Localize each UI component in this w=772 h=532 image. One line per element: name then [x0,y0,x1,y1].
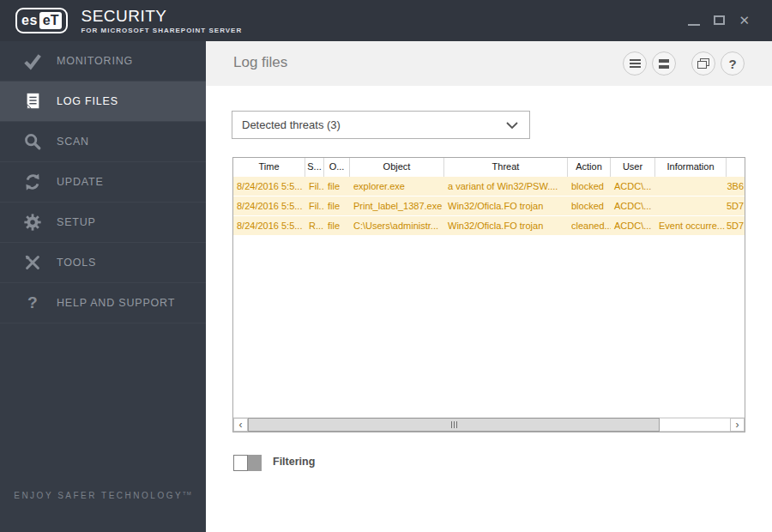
check-icon [21,50,44,72]
horizontal-scrollbar[interactable]: ‹ › [233,417,745,432]
sidebar-item-label: LOG FILES [57,95,118,107]
column-header-hash[interactable] [727,158,745,177]
product-name: SECURITY [81,7,242,26]
column-header-threat[interactable]: Threat [444,158,568,177]
sidebar-item-label: MONITORING [57,55,133,67]
cell-object: C:\Users\administr... [350,216,444,235]
dropdown-selected-value: Detected threats (3) [242,118,341,131]
sidebar-item-label: TOOLS [57,257,96,269]
column-header-user[interactable]: User [611,158,655,177]
log-table: Time S... O... Object Threat Action User… [232,157,745,432]
cell-scanner: R... [305,216,324,235]
column-header-time[interactable]: Time [233,158,305,177]
cell-user: ACDC\... [611,196,655,215]
column-header-scanner[interactable]: S... [305,158,324,177]
sidebar-item-monitoring[interactable]: MONITORING [0,41,206,82]
eset-logo-et: eT [39,12,63,29]
cell-time: 8/24/2016 5:5... [233,177,305,196]
cell-user: ACDC\... [611,216,655,235]
tools-icon [21,251,44,274]
table-row[interactable]: 8/24/2016 5:5... Fil... file explorer.ex… [233,177,745,196]
cell-action: blocked [568,196,611,215]
page-header: Log files ? [206,41,772,86]
sidebar-nav: MONITORING LOG FILES SCAN [0,41,206,532]
sidebar-item-scan[interactable]: SCAN [0,122,206,162]
toggle-knob [233,455,248,471]
log-type-dropdown[interactable]: Detected threats (3) [232,111,530,139]
close-button[interactable]: ✕ [739,14,750,27]
scrollbar-track[interactable] [660,418,730,432]
scrollbar-thumb[interactable] [248,418,660,432]
cell-information: Event occurre... [655,216,727,235]
cascade-windows-button[interactable] [691,51,715,76]
cell-time: 8/24/2016 5:5... [233,196,305,215]
page-title: Log files [233,54,287,71]
cell-object: explorer.exe [350,177,444,196]
eset-logo: es eT [15,8,68,33]
column-header-object[interactable]: Object [350,158,444,177]
sidebar-item-log-files[interactable]: LOG FILES [0,82,206,122]
thick-bars-icon [659,59,669,69]
magnifier-icon [21,130,44,153]
cell-user: ACDC\... [611,177,655,196]
sidebar-item-label: UPDATE [57,176,104,188]
svg-text:?: ? [27,293,38,311]
cell-threat: Win32/Oficla.FO trojan [444,196,568,215]
eset-logo-es: es [21,13,38,28]
title-bar: es eT SECURITY FOR MICROSOFT SHAREPOINT … [0,0,772,41]
cell-object-type: file [324,216,350,235]
scroll-left-button[interactable]: ‹ [233,418,248,432]
sidebar-item-label: HELP AND SUPPORT [57,297,175,309]
table-row[interactable]: 8/24/2016 5:5... R... file C:\Users\admi… [233,216,745,236]
table-empty-area [233,236,745,417]
minimize-button[interactable] [688,24,700,26]
tagline-text: ENJOY SAFER TECHNOLOGY [14,491,183,500]
cell-object: Print_label_1387.exe [350,196,444,215]
product-edition: FOR MICROSOFT SHAREPOINT SERVER [81,27,242,34]
cell-information [655,177,727,196]
log-document-icon [21,90,44,112]
menu-bars-button[interactable] [652,51,676,76]
hamburger-icon [630,59,641,68]
maximize-button[interactable] [714,15,725,25]
cell-time: 8/24/2016 5:5... [233,216,305,235]
app-window: es eT SECURITY FOR MICROSOFT SHAREPOINT … [0,0,772,532]
column-header-action[interactable]: Action [568,158,611,177]
eset-tagline: ENJOY SAFER TECHNOLOGYTM [0,491,206,500]
sidebar-item-setup[interactable]: SETUP [0,203,206,243]
cell-hash: 5D7 [727,196,745,215]
table-row[interactable]: 8/24/2016 5:5... Fil... file Print_label… [233,196,745,216]
cell-hash: 5D7 [727,216,745,235]
filtering-label: Filtering [273,456,315,468]
sidebar-item-update[interactable]: UPDATE [0,162,206,203]
cell-object-type: file [324,196,350,215]
sidebar-item-label: SCAN [57,136,89,148]
refresh-icon [21,171,44,193]
gear-icon [21,211,44,233]
window-controls: ✕ [688,12,750,27]
sidebar-item-help-and-support[interactable]: ? HELP AND SUPPORT [0,283,206,323]
cell-action: blocked [568,177,611,196]
cell-scanner: Fil... [305,196,324,215]
sidebar-item-tools[interactable]: TOOLS [0,243,206,283]
cell-threat: a variant of Win32/PSW.... [444,177,568,196]
filtering-toggle[interactable] [233,455,262,471]
column-header-information[interactable]: Information [655,158,727,177]
cell-scanner: Fil... [305,177,324,196]
table-header-row: Time S... O... Object Threat Action User… [233,158,745,177]
toggle-track [248,455,262,471]
chevron-down-icon [506,122,518,129]
header-toolbar: ? [623,51,745,76]
tagline-tm: TM [183,491,192,496]
cell-hash: 3B6 [727,177,745,196]
question-mark-icon: ? [728,57,736,71]
menu-lines-button[interactable] [623,51,647,76]
help-button[interactable]: ? [721,51,745,76]
product-brand: SECURITY FOR MICROSOFT SHAREPOINT SERVER [81,7,242,34]
cell-action: cleaned... [568,216,611,235]
column-header-object-type[interactable]: O... [324,158,350,177]
cell-information [655,196,727,215]
scroll-right-button[interactable]: › [730,418,745,432]
cell-object-type: file [324,177,350,196]
cascade-windows-icon [697,58,710,70]
